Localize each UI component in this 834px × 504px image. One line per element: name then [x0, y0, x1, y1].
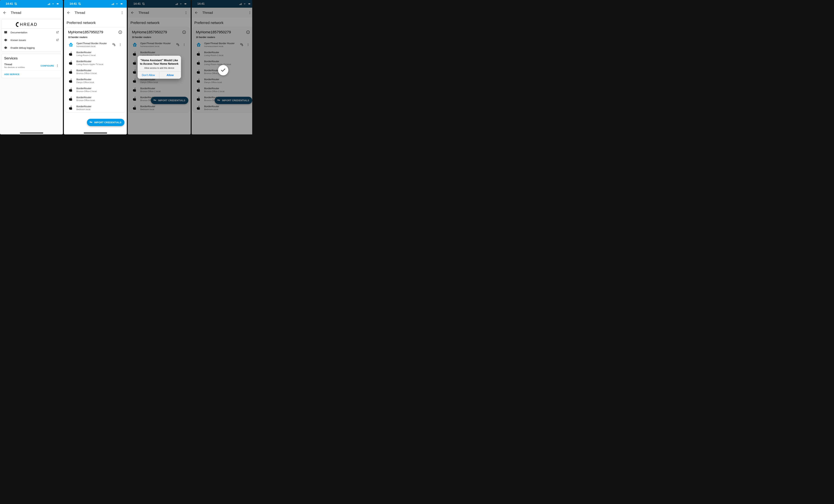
back-button[interactable] — [2, 10, 7, 15]
router-row[interactable]: BorderRouter Brunos-Office-2.local. — [193, 85, 252, 94]
router-row[interactable]: BorderRouter Danys-Office.local. — [193, 76, 252, 85]
route-icon — [112, 43, 116, 46]
screen-network: 14:41 Thread Preferred network MyHome185… — [64, 0, 127, 134]
import-credentials-fab[interactable]: IMPORT CREDENTIALS — [87, 119, 125, 126]
router-row[interactable]: BorderRouter Brunos-Office-2.local. — [65, 85, 125, 94]
success-check-toast — [218, 65, 228, 75]
router-host: Brunos-Office-3.local. — [76, 72, 123, 74]
status-bar: 14:41 — [192, 0, 252, 8]
router-row[interactable]: BorderRouter Brunos-Office-3.local. — [65, 67, 125, 76]
network-name: MyHome1857950279 — [68, 30, 116, 35]
network-name: MyHome1857950279 — [196, 30, 244, 35]
bell-off-icon — [78, 2, 81, 5]
apple-icon — [69, 79, 73, 83]
router-row[interactable]: BorderRouter Bedroom.local. — [65, 103, 125, 112]
documentation-link[interactable]: Documentation — [1, 28, 61, 36]
status-time: 14:41 — [69, 2, 77, 5]
back-button[interactable] — [66, 10, 71, 15]
key-icon — [217, 99, 220, 102]
apple-icon — [69, 105, 73, 110]
wifi-icon — [51, 3, 54, 5]
page-title: Thread — [202, 11, 244, 15]
router-row[interactable]: BorderRouter Living-Room-Apple-TV.local. — [65, 58, 125, 67]
service-name: Thread — [4, 63, 41, 66]
more-vert-icon — [120, 11, 124, 15]
router-host: Living-Room-2.local. — [76, 54, 123, 57]
router-more-button[interactable] — [246, 42, 250, 47]
router-name: OpenThread Border Router — [204, 42, 237, 45]
wifi-icon — [243, 3, 246, 5]
network-info-button[interactable] — [118, 30, 123, 35]
configure-button[interactable]: CONFIGURE — [41, 65, 54, 67]
home-indicator[interactable] — [20, 133, 43, 133]
router-row[interactable]: BorderRouter Living-Room-2.local. — [65, 49, 125, 58]
app-bar: Thread — [192, 8, 252, 18]
open-external-icon — [56, 38, 59, 42]
arrow-left-icon — [3, 11, 7, 15]
router-name: BorderRouter — [204, 78, 250, 81]
router-host: Danys-Office.local. — [204, 81, 250, 84]
status-bar: 14:41 — [64, 0, 127, 8]
apple-icon — [196, 60, 201, 65]
router-more-button[interactable] — [118, 42, 123, 47]
more-button[interactable] — [120, 10, 125, 15]
known-issues-label: Known issues — [10, 39, 53, 42]
info-icon — [118, 30, 122, 34]
router-host: Brunos-Office-2.local. — [76, 90, 123, 92]
fab-label: IMPORT CREDENTIALS — [94, 121, 122, 124]
apple-icon — [69, 96, 73, 101]
fab-label: IMPORT CREDENTIALS — [222, 99, 249, 102]
known-issues-link[interactable]: Known issues — [1, 36, 61, 44]
alert-allow-button[interactable]: Allow — [159, 72, 181, 79]
more-vert-icon — [118, 43, 122, 46]
router-row[interactable]: BorderRouter Brunos-Office.local. — [65, 94, 125, 103]
apple-icon — [196, 51, 201, 56]
arrow-left-icon — [194, 11, 198, 15]
router-row[interactable]: BorderRouter Danys-Office.local. — [65, 76, 125, 85]
signal-icon — [111, 3, 114, 5]
key-icon — [89, 121, 93, 124]
bug-icon — [4, 46, 7, 49]
apple-icon — [196, 69, 201, 74]
screen-integration: 14:41 Thread HREAD Documentation — [0, 0, 63, 134]
service-more-button[interactable] — [55, 63, 60, 68]
router-row[interactable]: BorderRouter Living-Room-2.local. — [193, 49, 252, 58]
router-name: BorderRouter — [76, 60, 123, 63]
router-host: Danys-Office.local. — [76, 81, 123, 84]
services-heading: Services — [1, 54, 61, 61]
permission-overlay: "Home Assistant" Would Like to Access Yo… — [128, 0, 191, 134]
apple-icon — [69, 87, 73, 92]
add-service-button[interactable]: ADD SERVICE — [1, 70, 61, 78]
router-name: BorderRouter — [204, 51, 250, 54]
svg-text:HREAD: HREAD — [20, 22, 38, 26]
open-external-icon — [56, 31, 59, 34]
alert-deny-button[interactable]: Don't Allow — [138, 72, 159, 79]
router-row[interactable]: OpenThread Border Router homeassistant.l… — [65, 40, 125, 49]
border-router-count: 10 border routers — [65, 35, 125, 40]
apple-icon — [196, 79, 201, 83]
router-row[interactable]: BorderRouter Bedroom.local. — [193, 103, 252, 112]
debug-log-link[interactable]: Enable debug logging — [1, 44, 61, 51]
status-time: 14:41 — [6, 2, 13, 5]
permission-alert: "Home Assistant" Would Like to Access Yo… — [138, 56, 181, 79]
home-indicator[interactable] — [84, 133, 107, 133]
router-host: homeassistant.local. — [204, 45, 237, 47]
apple-icon — [69, 69, 73, 74]
more-button — [247, 10, 252, 15]
alert-title: "Home Assistant" Would Like to Access Yo… — [140, 59, 179, 66]
debug-label: Enable debug logging — [10, 46, 59, 49]
more-vert-icon — [248, 11, 252, 15]
network-card: MyHome1857950279 10 border routers OpenT… — [65, 27, 126, 112]
page-title: Thread — [74, 11, 116, 15]
status-bar: 14:41 — [0, 0, 63, 8]
check-icon — [220, 68, 226, 73]
router-name: BorderRouter — [76, 96, 123, 99]
service-row: Thread No devices or entities CONFIGURE — [1, 61, 61, 70]
router-row[interactable]: OpenThread Border Router homeassistant.l… — [193, 40, 252, 49]
thread-logo: HREAD — [1, 19, 61, 28]
more-vert-icon — [56, 64, 59, 67]
router-name: BorderRouter — [76, 105, 123, 108]
home-assistant-icon — [68, 42, 74, 47]
service-sub: No devices or entities — [4, 66, 41, 69]
book-icon — [4, 30, 7, 34]
